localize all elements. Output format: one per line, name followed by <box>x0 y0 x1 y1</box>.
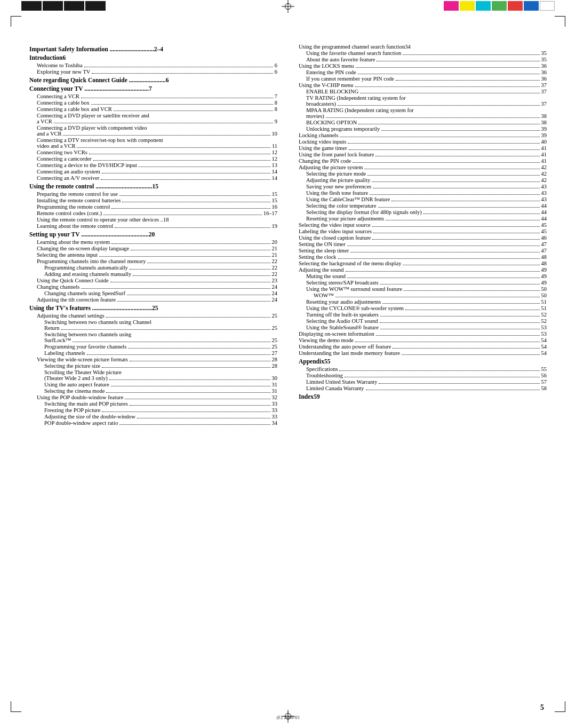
toc-page-number: 44 <box>541 216 547 221</box>
toc-dots <box>364 169 539 169</box>
toc-entry-text: Remote control codes (cont.) <box>37 210 102 216</box>
toc-page-number: 47 <box>541 241 547 247</box>
toc-entry: BLOCKING OPTION38 <box>299 120 547 125</box>
toc-dots <box>106 317 270 318</box>
toc-entry: Selecting the background of the menu dis… <box>299 260 547 266</box>
toc-entry-text: Selecting the background of the menu dis… <box>299 260 401 266</box>
toc-page-number: 9 <box>275 118 277 124</box>
toc-page-number: 41 <box>541 145 547 151</box>
toc-page-number: 41 <box>541 158 547 164</box>
toc-content: Important Safety Information ...........… <box>0 12 576 458</box>
toc-dots <box>393 348 539 349</box>
toc-dots <box>122 202 270 202</box>
toc-entry-text: Using the favorite channel search functi… <box>306 50 401 56</box>
toc-page-number: 45 <box>541 222 547 228</box>
toc-entry: Selecting the display format (for 480p s… <box>299 209 547 215</box>
toc-dots <box>99 256 270 257</box>
toc-heading: Using the remote control ...............… <box>29 183 277 189</box>
toc-multiline-entry: MPAA RATING (Independent rating system f… <box>299 107 547 119</box>
toc-dots <box>111 243 270 244</box>
toc-entry: Using the flesh tone feature43 <box>299 190 547 196</box>
toc-entry-text: Limited Canada Warranty <box>306 385 364 391</box>
toc-page-number: 25 <box>272 337 278 343</box>
toc-entry-text: Learning about the remote control <box>37 223 113 229</box>
toc-dots <box>87 354 270 355</box>
toc-entry-text: Programming your favorite channels <box>44 344 126 350</box>
toc-dots <box>103 215 262 215</box>
toc-entry-text: Understanding the last mode memory featu… <box>299 350 400 356</box>
toc-entry-text: Using the POP double-window feature <box>37 394 123 400</box>
toc-page-number: 47 <box>541 248 547 254</box>
toc-entry-text: Locking video inputs <box>299 139 346 145</box>
toc-page-number: 25 <box>272 344 278 350</box>
page: Important Safety Information ...........… <box>0 0 576 728</box>
toc-dots <box>338 258 540 259</box>
corner-mark-br <box>555 701 565 712</box>
toc-page-number: 16–17 <box>263 210 277 216</box>
toc-page-number: 42 <box>541 177 547 183</box>
corner-mark-tr <box>555 16 565 27</box>
toc-entry: Understanding the auto power off feature… <box>299 344 547 350</box>
toc-entry-text: Connecting a VCR <box>37 93 79 99</box>
toc-page-number: 49 <box>541 273 547 279</box>
toc-entry: Using the CableClear™ DNR feature43 <box>299 196 547 202</box>
toc-dots <box>349 149 540 150</box>
toc-page-number: 52 <box>541 312 547 318</box>
toc-page-number: 27 <box>272 350 278 356</box>
toc-dots <box>379 383 539 384</box>
toc-entry-line1: TV RATING (Independent rating system for <box>306 95 547 101</box>
toc-page-number: 34 <box>405 44 411 50</box>
toc-multiline-entry: Using the programmed channel search func… <box>299 44 547 50</box>
toc-entry-text: Adjusting the channel settings <box>37 313 105 319</box>
toc-entry: Viewing the demo mode54 <box>299 337 547 343</box>
toc-page-number: 58 <box>541 385 547 391</box>
toc-entry-line1: Switching between two channels using <box>44 331 277 337</box>
toc-entry-text: Connecting a camcorder <box>37 156 92 162</box>
toc-entry-text: Connecting an audio system <box>37 169 100 175</box>
toc-dots <box>102 173 270 173</box>
toc-heading: Using the TV's features ................… <box>29 305 277 311</box>
toc-entry: Changing channels using SpeedSurf24 <box>29 290 277 296</box>
toc-page-number: 38 <box>541 120 547 125</box>
toc-entry-text: Adjusting the size of the double-window <box>44 414 135 420</box>
toc-entry-text: Selecting the antenna input <box>37 252 98 258</box>
toc-page-number: 2–4 <box>154 46 163 52</box>
toc-entry: Learning about the remote control19 <box>29 223 277 229</box>
toc-dots <box>380 322 540 323</box>
toc-page-number: 40 <box>541 139 547 145</box>
toc-dots <box>335 297 540 297</box>
toc-entry-text: Connecting a cable box and VCR <box>37 106 112 112</box>
toc-dots <box>356 67 540 68</box>
toc-dots <box>372 239 539 240</box>
toc-entry-text: Preparing the remote control for use <box>37 191 118 197</box>
toc-dots <box>396 80 539 81</box>
toc-dots <box>102 367 270 368</box>
toc-page-number: 14 <box>272 169 278 175</box>
toc-entry: Adjusting the sound49 <box>299 267 547 273</box>
toc-page-number: 12 <box>272 156 278 162</box>
toc-page-number: 8 <box>275 106 277 112</box>
toc-dots <box>347 246 540 246</box>
toc-heading: Important Safety Information ...........… <box>29 46 277 52</box>
toc-heading-text: Setting up your TV .....................… <box>29 231 149 238</box>
toc-entry-text: Exploring your new TV <box>37 69 90 75</box>
toc-dots <box>340 137 539 137</box>
toc-page-number: 21 <box>272 246 278 251</box>
toc-entry-text: Selecting the picture size <box>44 363 100 369</box>
toc-dots <box>350 252 539 252</box>
toc-dots <box>402 354 540 355</box>
toc-page-number: 15 <box>272 191 278 197</box>
toc-page-number: 23 <box>272 278 278 283</box>
toc-entry-text: Setting the clock <box>299 254 337 260</box>
toc-page-number: 46 <box>541 235 547 241</box>
toc-page-number: 6 <box>275 62 277 68</box>
toc-entry-text: Using the LOCKS menu <box>299 63 354 69</box>
toc-dots <box>111 208 270 209</box>
toc-entry: Connecting a device to the DVI/HDCP inpu… <box>29 162 277 168</box>
toc-entry-line2: video and a VCR <box>37 143 75 149</box>
toc-dots <box>346 271 540 272</box>
toc-dots <box>405 310 540 310</box>
toc-entry: Setting the clock48 <box>299 254 547 260</box>
toc-entry-text: Connecting two VCRs <box>37 149 87 155</box>
toc-dots <box>367 175 539 176</box>
